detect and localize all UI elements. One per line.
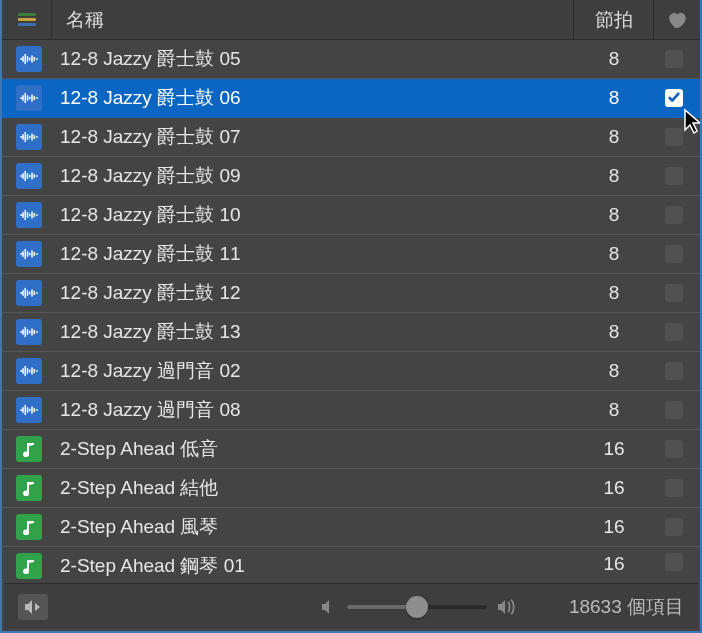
favorite-checkbox[interactable]	[665, 401, 683, 419]
favorite-checkbox[interactable]	[665, 89, 683, 107]
table-row[interactable]: 12-8 Jazzy 過門音 088	[2, 391, 700, 430]
volume-slider[interactable]	[347, 605, 487, 609]
favorite-checkbox[interactable]	[665, 128, 683, 146]
favorite-cell[interactable]	[654, 89, 694, 107]
table-row[interactable]: 12-8 Jazzy 爵士鼓 128	[2, 274, 700, 313]
loop-beats: 8	[574, 165, 654, 187]
table-row[interactable]: 12-8 Jazzy 爵士鼓 108	[2, 196, 700, 235]
favorite-checkbox[interactable]	[665, 245, 683, 263]
loop-name: 12-8 Jazzy 爵士鼓 13	[60, 319, 574, 345]
favorite-cell[interactable]	[654, 479, 694, 497]
heart-icon	[668, 12, 686, 28]
favorite-checkbox[interactable]	[665, 362, 683, 380]
loop-beats: 16	[574, 553, 654, 575]
volume-thumb[interactable]	[406, 596, 428, 618]
view-list-icon	[18, 13, 36, 27]
table-row[interactable]: 12-8 Jazzy 爵士鼓 068	[2, 79, 700, 118]
favorite-cell[interactable]	[654, 553, 694, 571]
loop-list[interactable]: 12-8 Jazzy 爵士鼓 05812-8 Jazzy 爵士鼓 06812-8…	[2, 40, 700, 583]
loop-name: 12-8 Jazzy 爵士鼓 11	[60, 241, 574, 267]
favorite-cell[interactable]	[654, 362, 694, 380]
audio-loop-icon	[16, 124, 42, 150]
audio-loop-icon	[16, 202, 42, 228]
audio-loop-icon	[16, 85, 42, 111]
audio-loop-icon	[16, 280, 42, 306]
midi-loop-icon	[16, 553, 42, 579]
favorite-checkbox[interactable]	[665, 206, 683, 224]
favorite-checkbox[interactable]	[665, 323, 683, 341]
loop-name: 2-Step Ahead 鋼琴 01	[60, 553, 574, 579]
favorite-cell[interactable]	[654, 128, 694, 146]
item-count-label: 18633 個項目	[569, 594, 684, 620]
loop-beats: 8	[574, 321, 654, 343]
favorite-cell[interactable]	[654, 167, 694, 185]
loop-beats: 8	[574, 243, 654, 265]
speaker-play-icon	[24, 600, 42, 614]
favorite-cell[interactable]	[654, 440, 694, 458]
table-row[interactable]: 12-8 Jazzy 爵士鼓 118	[2, 235, 700, 274]
favorite-cell[interactable]	[654, 284, 694, 302]
favorite-checkbox[interactable]	[665, 50, 683, 68]
column-name[interactable]: 名稱	[52, 0, 574, 39]
loop-name: 12-8 Jazzy 過門音 08	[60, 397, 574, 423]
table-row[interactable]: 12-8 Jazzy 爵士鼓 138	[2, 313, 700, 352]
audio-loop-icon	[16, 46, 42, 72]
favorite-checkbox[interactable]	[665, 440, 683, 458]
favorite-checkbox[interactable]	[665, 167, 683, 185]
midi-loop-icon	[16, 514, 42, 540]
loop-beats: 16	[574, 516, 654, 538]
favorite-checkbox[interactable]	[665, 518, 683, 536]
volume-control	[321, 599, 519, 615]
loop-name: 2-Step Ahead 結他	[60, 475, 574, 501]
loop-name: 2-Step Ahead 低音	[60, 436, 574, 462]
column-favorite[interactable]	[654, 0, 700, 39]
view-mode-button[interactable]	[2, 0, 52, 39]
loop-beats: 16	[574, 438, 654, 460]
column-header: 名稱 節拍	[2, 0, 700, 40]
audio-loop-icon	[16, 397, 42, 423]
favorite-cell[interactable]	[654, 323, 694, 341]
favorite-cell[interactable]	[654, 206, 694, 224]
audio-loop-icon	[16, 163, 42, 189]
loop-name: 12-8 Jazzy 過門音 02	[60, 358, 574, 384]
favorite-cell[interactable]	[654, 50, 694, 68]
audio-loop-icon	[16, 319, 42, 345]
audio-loop-icon	[16, 241, 42, 267]
loop-name: 12-8 Jazzy 爵士鼓 05	[60, 46, 574, 72]
preview-play-button[interactable]	[18, 594, 48, 620]
loop-beats: 16	[574, 477, 654, 499]
loop-beats: 8	[574, 126, 654, 148]
midi-loop-icon	[16, 475, 42, 501]
footer-bar: 18633 個項目	[4, 583, 698, 629]
midi-loop-icon	[16, 436, 42, 462]
loop-beats: 8	[574, 204, 654, 226]
table-row[interactable]: 2-Step Ahead 低音16	[2, 430, 700, 469]
favorite-checkbox[interactable]	[665, 553, 683, 571]
favorite-cell[interactable]	[654, 401, 694, 419]
loop-name: 12-8 Jazzy 爵士鼓 07	[60, 124, 574, 150]
column-beats[interactable]: 節拍	[574, 0, 654, 39]
volume-high-icon	[497, 599, 519, 615]
loop-name: 12-8 Jazzy 爵士鼓 12	[60, 280, 574, 306]
loop-beats: 8	[574, 282, 654, 304]
favorite-checkbox[interactable]	[665, 479, 683, 497]
table-row[interactable]: 12-8 Jazzy 爵士鼓 058	[2, 40, 700, 79]
favorite-cell[interactable]	[654, 245, 694, 263]
volume-low-icon	[321, 600, 337, 614]
loop-beats: 8	[574, 87, 654, 109]
loop-name: 12-8 Jazzy 爵士鼓 09	[60, 163, 574, 189]
loop-name: 2-Step Ahead 風琴	[60, 514, 574, 540]
audio-loop-icon	[16, 358, 42, 384]
table-row[interactable]: 12-8 Jazzy 爵士鼓 098	[2, 157, 700, 196]
loop-beats: 8	[574, 399, 654, 421]
loop-beats: 8	[574, 48, 654, 70]
loop-beats: 8	[574, 360, 654, 382]
loop-name: 12-8 Jazzy 爵士鼓 06	[60, 85, 574, 111]
table-row[interactable]: 12-8 Jazzy 過門音 028	[2, 352, 700, 391]
table-row[interactable]: 2-Step Ahead 鋼琴 0116	[2, 547, 700, 579]
favorite-checkbox[interactable]	[665, 284, 683, 302]
table-row[interactable]: 2-Step Ahead 結他16	[2, 469, 700, 508]
table-row[interactable]: 12-8 Jazzy 爵士鼓 078	[2, 118, 700, 157]
table-row[interactable]: 2-Step Ahead 風琴16	[2, 508, 700, 547]
favorite-cell[interactable]	[654, 518, 694, 536]
